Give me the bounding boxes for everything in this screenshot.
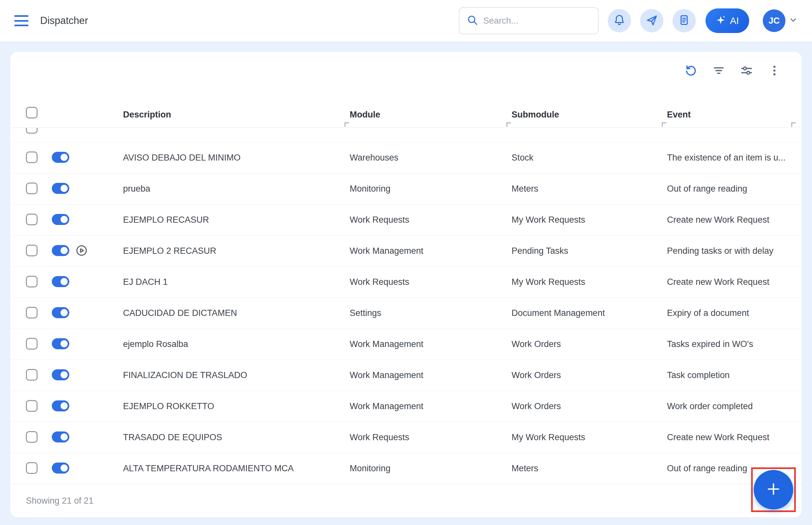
ai-button[interactable]: AI xyxy=(706,9,749,33)
row-submodule: Work Orders xyxy=(512,401,667,411)
column-header-description[interactable]: Description xyxy=(100,110,350,120)
row-toggle[interactable] xyxy=(52,307,69,318)
table-row[interactable]: AVISO DEBAJO DEL MINIMO Warehouses Stock… xyxy=(10,142,802,173)
column-header-module[interactable]: Module xyxy=(350,110,512,120)
row-event: Create new Work Request xyxy=(667,215,796,225)
row-toggle[interactable] xyxy=(52,276,69,287)
row-checkbox[interactable] xyxy=(26,245,38,256)
row-description: ALTA TEMPERATURA RODAMIENTO MCA xyxy=(100,464,350,474)
row-toggle[interactable] xyxy=(52,432,69,442)
table-row[interactable]: EJ DACH 1 Work Requests My Work Requests… xyxy=(10,266,802,298)
refresh-button[interactable] xyxy=(684,64,698,78)
row-toggle[interactable] xyxy=(52,400,69,411)
play-button[interactable] xyxy=(74,244,89,258)
table-row[interactable]: ALTA TEMPERATURA RODAMIENTO MCA Monitori… xyxy=(10,453,802,484)
row-checkbox[interactable] xyxy=(26,128,38,134)
column-header-event[interactable]: Event xyxy=(667,110,796,120)
row-event: Create new Work Request xyxy=(667,277,796,287)
fab-highlight-box xyxy=(751,467,796,512)
row-toggle[interactable] xyxy=(52,183,69,194)
document-icon xyxy=(678,14,690,28)
menu-button[interactable] xyxy=(14,15,29,26)
avatar: JC xyxy=(763,10,785,32)
row-description: EJEMPLO RECASUR xyxy=(100,215,350,225)
row-toggle[interactable] xyxy=(52,463,69,474)
table-toolbar xyxy=(10,52,802,91)
row-module: Warehouses xyxy=(350,153,512,163)
row-checkbox[interactable] xyxy=(26,338,38,349)
row-submodule: Meters xyxy=(512,184,667,194)
select-all-checkbox[interactable] xyxy=(26,107,38,118)
row-submodule: My Work Requests xyxy=(512,215,667,225)
bell-icon xyxy=(613,14,625,28)
row-submodule: Stock xyxy=(512,153,667,163)
row-module: Work Requests xyxy=(350,432,512,442)
table-row[interactable]: prueba Monitoring Meters Out of range re… xyxy=(10,173,802,204)
row-submodule: Document Management xyxy=(512,308,667,318)
row-module: Work Management xyxy=(350,339,512,349)
search-box xyxy=(459,7,599,34)
column-header-submodule[interactable]: Submodule xyxy=(512,110,667,120)
row-checkbox[interactable] xyxy=(26,369,38,381)
row-submodule: Work Orders xyxy=(512,370,667,380)
user-menu[interactable]: JC xyxy=(763,10,798,32)
row-module: Work Requests xyxy=(350,215,512,225)
table-row[interactable]: CADUCIDAD DE DICTAMEN Settings Document … xyxy=(10,298,802,329)
row-submodule: Pending Tasks xyxy=(512,246,667,256)
row-submodule: My Work Requests xyxy=(512,432,667,442)
row-checkbox[interactable] xyxy=(26,151,38,163)
row-toggle[interactable] xyxy=(52,338,69,349)
showing-count: Showing 21 of 21 xyxy=(26,496,93,506)
kebab-icon xyxy=(768,64,781,78)
more-options-button[interactable] xyxy=(767,64,782,78)
table-row[interactable]: TRASADO DE EQUIPOS Work Requests My Work… xyxy=(10,422,802,453)
table-row[interactable]: EJEMPLO 2 RECASUR Work Management Pendin… xyxy=(10,235,802,266)
row-checkbox[interactable] xyxy=(26,276,38,287)
table-row[interactable]: FINALIZACION DE TRASLADO Work Management… xyxy=(10,360,802,391)
row-toggle[interactable] xyxy=(52,245,69,256)
row-event: Work order completed xyxy=(667,401,796,411)
row-description: EJEMPLO ROKKETTO xyxy=(100,401,350,411)
row-module: Work Requests xyxy=(350,277,512,287)
page-title: Dispatcher xyxy=(40,15,88,27)
row-checkbox[interactable] xyxy=(26,431,38,443)
table-row[interactable]: EJEMPLO ROKKETTO Work Management Work Or… xyxy=(10,391,802,422)
refresh-icon xyxy=(684,64,697,78)
row-module: Settings xyxy=(350,308,512,318)
add-button[interactable] xyxy=(754,470,793,509)
row-submodule: Meters xyxy=(512,464,667,474)
filter-button[interactable] xyxy=(712,64,726,78)
search-icon xyxy=(467,14,478,27)
table-row[interactable]: ejemplo Rosalba Work Management Work Ord… xyxy=(10,329,802,360)
row-event: Create new Work Request xyxy=(667,432,796,442)
row-description: EJ DACH 1 xyxy=(100,277,350,287)
row-description: prueba xyxy=(100,184,350,194)
row-description: TRASADO DE EQUIPOS xyxy=(100,432,350,442)
row-checkbox[interactable] xyxy=(26,182,38,194)
play-icon xyxy=(75,244,88,258)
row-toggle[interactable] xyxy=(52,369,69,380)
table-row-partial[interactable] xyxy=(10,128,802,142)
row-toggle[interactable] xyxy=(52,152,69,163)
plus-icon xyxy=(766,482,781,498)
chevron-down-icon xyxy=(789,16,798,26)
row-event: Task completion xyxy=(667,370,796,380)
row-toggle[interactable] xyxy=(52,214,69,225)
rocket-icon xyxy=(646,14,658,28)
search-input[interactable] xyxy=(483,16,587,26)
table-header: Description Module Submodule Event xyxy=(10,91,802,128)
column-settings-button[interactable] xyxy=(739,64,754,78)
row-checkbox[interactable] xyxy=(26,462,38,474)
documents-button[interactable] xyxy=(673,9,696,32)
table-row[interactable]: EJEMPLO RECASUR Work Requests My Work Re… xyxy=(10,204,802,235)
ai-button-label: AI xyxy=(730,16,739,26)
row-description: FINALIZACION DE TRASLADO xyxy=(100,370,350,380)
avatar-initials: JC xyxy=(769,16,780,26)
row-checkbox[interactable] xyxy=(26,214,38,225)
table-body: AVISO DEBAJO DEL MINIMO Warehouses Stock… xyxy=(10,142,802,484)
row-checkbox[interactable] xyxy=(26,307,38,318)
rocket-button[interactable] xyxy=(640,9,663,32)
row-checkbox[interactable] xyxy=(26,400,38,412)
table-footer: Showing 21 of 21 xyxy=(10,484,802,518)
notifications-button[interactable] xyxy=(608,9,631,32)
